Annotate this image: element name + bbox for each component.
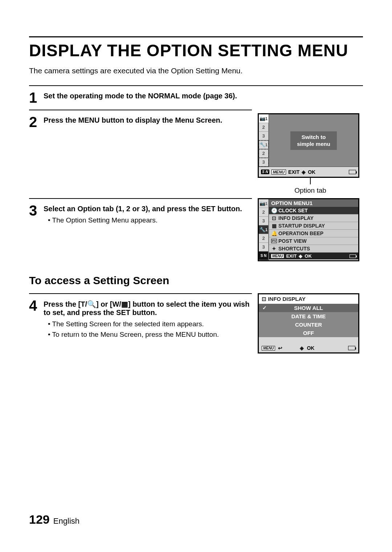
lcd1-sn-badge: S N bbox=[261, 169, 269, 174]
diamond-icon: ◈ bbox=[302, 169, 306, 175]
lcd1-tab-top-3: 3 bbox=[259, 132, 269, 140]
lcd1-exit-label: EXIT bbox=[288, 169, 299, 175]
bell-icon: 🔔 bbox=[271, 230, 277, 236]
lcd1-ok-label: OK bbox=[308, 169, 315, 175]
step-2-text: Press the MENU button to display the Men… bbox=[44, 116, 222, 124]
lcd2-tab-column: 📷1 2 3 🔧1 2 3 S N bbox=[259, 199, 269, 260]
startup-display-icon: ▦ bbox=[271, 223, 277, 229]
lcd2-option-tab-1: 🔧1 bbox=[259, 225, 269, 234]
lcd1-menu-label: MENU bbox=[271, 169, 286, 175]
step-1-text: Set the operating mode to the NORMAL mod… bbox=[44, 92, 237, 100]
lcd2-item-clock-set: 🕘CLOCK SET bbox=[269, 207, 358, 214]
lcd3-menu-label: MENU bbox=[262, 346, 275, 351]
lcd2-main-area: OPTION MENU1 🕘CLOCK SET ⊡INFO DISPLAY ▦S… bbox=[269, 199, 358, 260]
page-title: DISPLAY THE OPTION SETTING MENU bbox=[29, 42, 363, 59]
step-1-number: 1 bbox=[29, 90, 44, 106]
step-2: 2 Press the MENU button to display the M… bbox=[29, 110, 252, 130]
lcd3-item-counter: COUNTER bbox=[259, 320, 358, 329]
thumbnails-icon: ▦ bbox=[121, 300, 128, 308]
diamond-icon: ◈ bbox=[300, 345, 304, 351]
lcd2-item-operation-beep: 🔔OPERATION BEEP bbox=[269, 230, 358, 237]
battery-icon bbox=[349, 170, 356, 174]
lcd2-title: OPTION MENU1 bbox=[269, 199, 358, 207]
lcd2-ok-label: OK bbox=[305, 253, 312, 259]
lcd3-title: ⊡ INFO DISPLAY bbox=[259, 294, 358, 304]
return-icon: ↩ bbox=[278, 345, 282, 351]
lcd2-item-shortcuts: ✦SHORTCUTS bbox=[269, 245, 358, 253]
step-2-number: 2 bbox=[29, 114, 44, 130]
lcd1-tab-column: 📷1 2 3 🔧1 2 3 bbox=[259, 114, 269, 167]
lcd1-tab-top-1: 📷1 bbox=[259, 114, 269, 123]
lcd-screen-3: ⊡ INFO DISPLAY ✓ SHOW ALL DATE & TIME CO… bbox=[258, 293, 359, 353]
lcd1-option-tab-3: 3 bbox=[259, 158, 269, 167]
lcd1-footer: S N MENU EXIT ◈ OK bbox=[259, 167, 358, 177]
lcd1-main-area: Switch to simple menu bbox=[269, 114, 358, 167]
subheading: To access a Setting Screen bbox=[29, 274, 363, 287]
step-4-number: 4 bbox=[29, 298, 44, 340]
post-view-icon: PV bbox=[271, 239, 277, 243]
page-language: English bbox=[53, 516, 79, 526]
lcd2-item-info-display: ⊡INFO DISPLAY bbox=[269, 214, 358, 222]
lcd3-footer: MENU ↩ ◈ OK bbox=[259, 344, 358, 352]
lcd3-ok-label: OK bbox=[307, 345, 314, 351]
lcd1-tab-top-2: 2 bbox=[259, 123, 269, 132]
check-icon: ✓ bbox=[262, 305, 267, 311]
lcd-screen-1: 📷1 2 3 🔧1 2 3 Switch to simple menu bbox=[258, 113, 359, 178]
lcd1-option-tab-1: 🔧1 bbox=[259, 140, 269, 149]
lcd1-switch-box: Switch to simple menu bbox=[290, 131, 337, 150]
lcd2-tab-top-3: 3 bbox=[259, 217, 269, 225]
step-4: 4 Press the [T/🔍] or [W/▦] button to sel… bbox=[29, 293, 252, 340]
step-3: 3 Select an Option tab (1, 2 or 3), and … bbox=[29, 198, 252, 226]
callout-line bbox=[310, 178, 311, 184]
lcd2-item-startup-display: ▦STARTUP DISPLAY bbox=[269, 222, 358, 230]
top-rule bbox=[29, 36, 363, 37]
step-3-bullet: The Option Setting Menu appears. bbox=[48, 216, 252, 225]
step-4-bullet-2: To return to the Menu Screen, press the … bbox=[48, 330, 252, 339]
step-4-text: Press the [T/🔍] or [W/▦] button to selec… bbox=[44, 300, 249, 316]
lcd3-item-off: OFF bbox=[259, 329, 358, 337]
lcd2-sn-badge: S N bbox=[259, 252, 269, 260]
lcd2-option-tab-2: 2 bbox=[259, 234, 269, 243]
info-display-icon: ⊡ bbox=[271, 215, 277, 221]
lcd2-tab-top-1: 📷1 bbox=[259, 199, 269, 208]
lcd2-tab-top-2: 2 bbox=[259, 208, 269, 217]
info-display-icon: ⊡ bbox=[262, 296, 266, 302]
step-3-number: 3 bbox=[29, 203, 44, 226]
clock-icon: 🕘 bbox=[271, 208, 277, 213]
lcd2-option-tab-3: 3 bbox=[259, 243, 269, 252]
diamond-icon: ◈ bbox=[299, 253, 302, 259]
battery-icon bbox=[348, 346, 355, 350]
lcd2-footer: MENU EXIT ◈ OK bbox=[269, 253, 358, 259]
option-tab-callout: Option tab bbox=[258, 187, 363, 195]
magnify-icon: 🔍 bbox=[87, 300, 96, 308]
lcd2-exit-label: EXIT bbox=[286, 253, 297, 259]
lcd3-item-show-all: ✓ SHOW ALL bbox=[259, 304, 358, 312]
battery-icon bbox=[350, 254, 356, 258]
shortcuts-icon: ✦ bbox=[271, 246, 277, 252]
step-4-bullet-1: The Setting Screen for the selected item… bbox=[48, 320, 252, 329]
step-3-text: Select an Option tab (1, 2 or 3), and pr… bbox=[44, 205, 242, 213]
lcd2-item-post-view: PVPOST VIEW bbox=[269, 237, 358, 245]
lcd2-menu-label: MENU bbox=[271, 254, 284, 258]
page-number: 129 bbox=[29, 512, 50, 526]
step-1: 1 Set the operating mode to the NORMAL m… bbox=[29, 85, 363, 106]
lcd3-gap bbox=[259, 337, 358, 344]
lcd3-item-date-time: DATE & TIME bbox=[259, 312, 358, 320]
lcd1-option-tab-2: 2 bbox=[259, 149, 269, 158]
lcd-screen-2: 📷1 2 3 🔧1 2 3 S N OPTION MENU1 🕘CLOCK SE… bbox=[258, 198, 359, 261]
page-footer: 129 English bbox=[29, 512, 79, 527]
intro-text: The camera settings are executed via the… bbox=[29, 66, 363, 75]
